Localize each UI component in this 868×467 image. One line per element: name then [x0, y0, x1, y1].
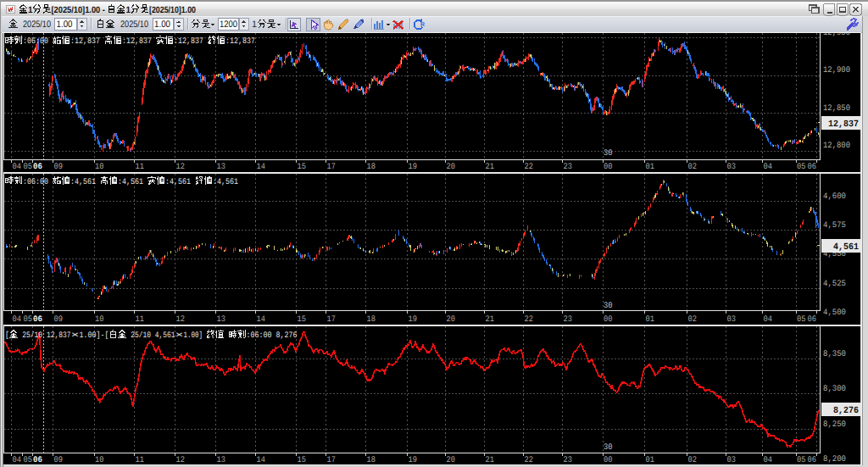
svg-text::06:00: :06:00: [23, 178, 53, 187]
svg-text:12: 12: [176, 163, 186, 172]
svg-text:1.00: 1.00: [154, 19, 170, 30]
svg-text:17: 17: [327, 456, 337, 465]
svg-text:12: 12: [176, 456, 186, 465]
svg-text:18: 18: [367, 163, 376, 172]
svg-text::12,837: :12,837: [174, 37, 208, 47]
svg-text:2025/10: 2025/10: [120, 19, 148, 30]
svg-text:01: 01: [646, 163, 655, 172]
svg-text:02: 02: [688, 315, 698, 325]
svg-text:06: 06: [33, 163, 42, 172]
svg-text:12,800: 12,800: [823, 142, 850, 151]
svg-text:×: ×: [175, 331, 184, 341]
svg-text::12,837: :12,837: [122, 37, 156, 47]
svg-text:4,600: 4,600: [823, 192, 846, 202]
svg-text::4,561: :4,561: [70, 178, 100, 187]
svg-text:11: 11: [136, 315, 145, 325]
svg-text:06: 06: [808, 456, 817, 465]
svg-text:23: 23: [564, 315, 573, 325]
svg-text:×: ×: [71, 331, 80, 341]
svg-text::12,837: :12,837: [225, 37, 255, 47]
svg-text:04: 04: [764, 163, 773, 172]
svg-text:23: 23: [564, 456, 573, 465]
svg-text:30: 30: [604, 443, 613, 453]
svg-text:22: 22: [525, 315, 534, 325]
svg-text:8,250: 8,250: [823, 420, 846, 430]
svg-text:[: [: [5, 331, 9, 341]
svg-text:1: 1: [126, 5, 131, 15]
svg-text:15: 15: [298, 163, 307, 172]
svg-text:04: 04: [764, 315, 773, 325]
svg-text:11: 11: [136, 456, 145, 465]
svg-text:04: 04: [764, 456, 773, 465]
svg-text:09: 09: [54, 456, 64, 465]
svg-text:20: 20: [447, 163, 456, 172]
svg-text:06: 06: [808, 163, 817, 172]
svg-text:12,900: 12,900: [823, 66, 850, 75]
svg-text:04: 04: [13, 456, 22, 465]
svg-text:17: 17: [327, 163, 337, 172]
svg-text:03: 03: [727, 315, 737, 325]
svg-text:22: 22: [525, 456, 534, 465]
svg-text:20: 20: [447, 315, 456, 325]
svg-text:1.00]-[: 1.00]-[: [80, 331, 109, 341]
svg-text:02: 02: [688, 456, 698, 465]
svg-text:R: R: [420, 22, 425, 28]
svg-text:01: 01: [646, 456, 655, 465]
svg-text:05: 05: [797, 315, 806, 325]
svg-text:13: 13: [217, 315, 226, 325]
svg-text:14: 14: [257, 315, 266, 325]
svg-text:05: 05: [797, 456, 806, 465]
svg-text::06:00: :06:00: [23, 37, 53, 47]
svg-text:09: 09: [54, 315, 64, 325]
svg-text:30: 30: [604, 302, 613, 311]
svg-text:05: 05: [24, 315, 33, 325]
svg-text:13: 13: [217, 456, 226, 465]
svg-text:4,575: 4,575: [823, 221, 846, 231]
svg-text:03: 03: [727, 456, 737, 465]
svg-text:4,525: 4,525: [823, 280, 846, 289]
svg-text:25/10 12,837: 25/10 12,837: [19, 331, 71, 341]
svg-text:05: 05: [24, 163, 33, 172]
svg-text:10: 10: [95, 163, 104, 172]
svg-text:18: 18: [367, 456, 376, 465]
svg-text:21: 21: [486, 163, 495, 172]
svg-text:06: 06: [808, 315, 817, 325]
svg-text:21: 21: [486, 456, 495, 465]
svg-text:09: 09: [54, 163, 64, 172]
svg-text:12,837: 12,837: [828, 120, 859, 130]
svg-text:1200: 1200: [220, 19, 237, 30]
svg-text:25/10 4,561: 25/10 4,561: [127, 331, 175, 341]
svg-text:13: 13: [217, 163, 226, 172]
svg-text:19: 19: [409, 315, 418, 325]
svg-text:14: 14: [257, 163, 266, 172]
svg-text:20: 20: [447, 456, 456, 465]
svg-text:1: 1: [28, 5, 33, 15]
svg-text:30: 30: [604, 149, 613, 158]
svg-text:8,276: 8,276: [833, 406, 859, 416]
svg-text:8,200: 8,200: [823, 455, 846, 464]
svg-text:04: 04: [13, 163, 22, 172]
svg-text:10: 10: [95, 315, 104, 325]
svg-text:4,561: 4,561: [833, 242, 859, 253]
svg-text:18: 18: [367, 315, 376, 325]
svg-text:1.00: 1.00: [57, 19, 73, 30]
svg-text:00: 00: [604, 163, 613, 172]
svg-text::4,561: :4,561: [118, 178, 147, 187]
svg-text:8,350: 8,350: [823, 350, 846, 359]
svg-text:1: 1: [252, 19, 257, 30]
svg-text:03: 03: [727, 163, 737, 172]
svg-text:04: 04: [13, 315, 22, 325]
svg-text:17: 17: [327, 315, 337, 325]
svg-text:05: 05: [24, 456, 33, 465]
svg-text::06:00 8,276: :06:00 8,276: [247, 331, 298, 341]
svg-text:00: 00: [604, 315, 613, 325]
svg-text:19: 19: [409, 163, 418, 172]
svg-text::4,561: :4,561: [165, 178, 195, 187]
svg-text:01: 01: [646, 315, 655, 325]
svg-text:14: 14: [257, 456, 266, 465]
svg-text:4,500: 4,500: [823, 309, 846, 318]
svg-text:19: 19: [409, 456, 418, 465]
svg-text::4,561: :4,561: [213, 178, 238, 187]
svg-text:21: 21: [486, 315, 495, 325]
svg-text:15: 15: [298, 456, 307, 465]
